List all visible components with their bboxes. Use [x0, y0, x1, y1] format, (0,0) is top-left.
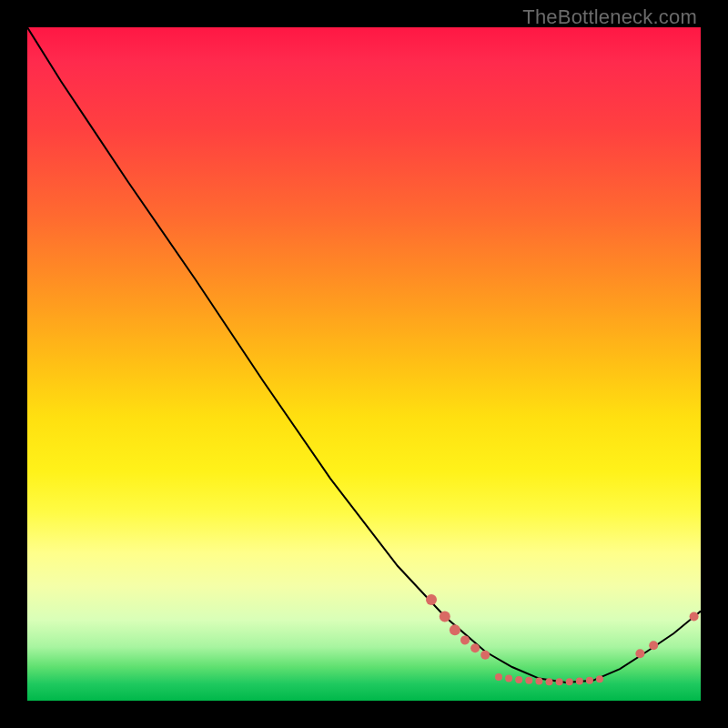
data-point [426, 594, 437, 605]
data-point [460, 635, 470, 644]
data-point [566, 678, 573, 685]
data-point [690, 612, 699, 622]
curve-line [27, 27, 701, 682]
data-point [525, 677, 532, 684]
data-point [576, 678, 583, 685]
data-point [586, 677, 593, 684]
watermark-text: TheBottleneck.com [522, 5, 697, 29]
data-point [515, 676, 522, 683]
data-point [546, 678, 553, 685]
data-point [649, 641, 658, 650]
data-point [470, 643, 480, 652]
data-point [596, 675, 603, 682]
data-point [505, 675, 512, 682]
chart-container: TheBottleneck.com [0, 0, 728, 728]
plot-area [27, 27, 701, 701]
data-points-group [426, 594, 699, 685]
data-point [535, 678, 542, 685]
data-point [450, 624, 460, 635]
data-point [495, 673, 502, 681]
data-point [635, 649, 644, 658]
chart-svg [27, 27, 701, 701]
data-point [480, 651, 490, 660]
data-point [556, 678, 563, 685]
data-point [440, 612, 450, 622]
